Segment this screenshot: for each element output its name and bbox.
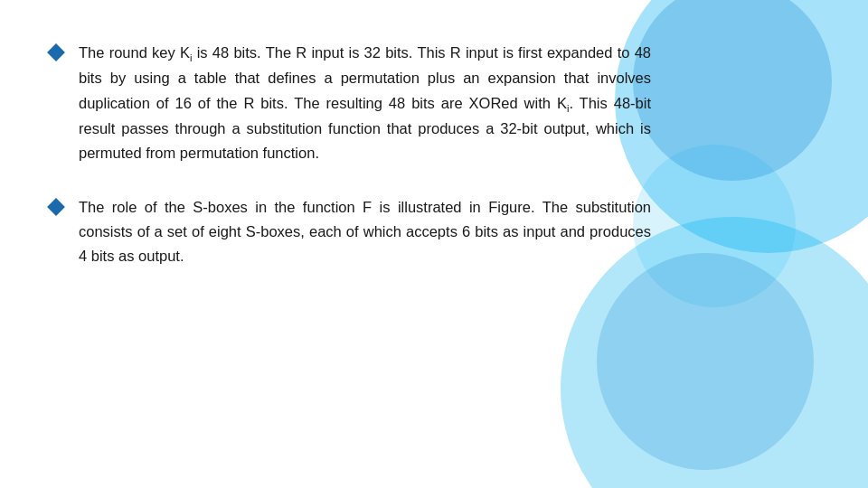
bullet-item-2: The role of the S-boxes in the function … — [50, 195, 651, 269]
bullet-text-2: The role of the S-boxes in the function … — [79, 195, 651, 269]
bullet-diamond-1 — [47, 43, 65, 61]
bullet-diamond-2 — [47, 198, 65, 216]
main-content: The round key Ki is 48 bits. The R input… — [0, 0, 705, 333]
bullet-text-1: The round key Ki is 48 bits. The R input… — [79, 41, 651, 166]
bullet-item-1: The round key Ki is 48 bits. The R input… — [50, 41, 651, 166]
